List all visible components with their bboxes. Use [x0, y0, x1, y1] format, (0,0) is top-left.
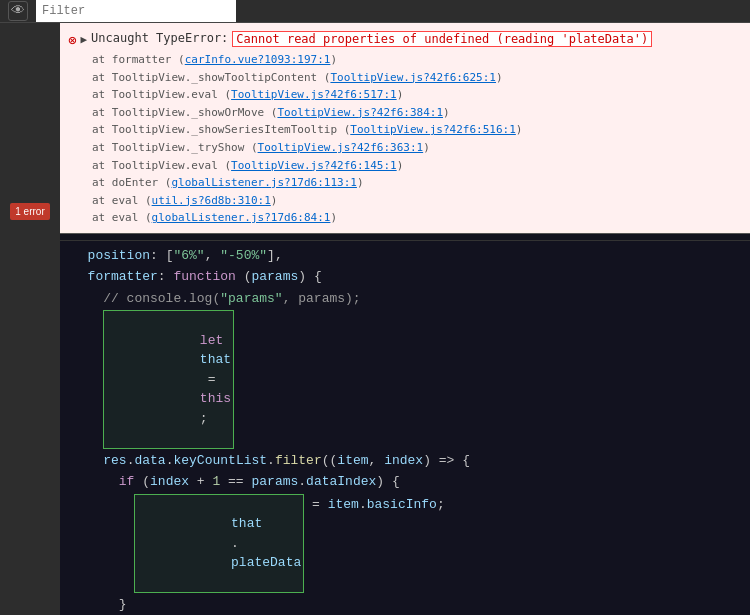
code-top-divider	[60, 240, 750, 241]
stack-link-3[interactable]: TooltipView.js?42f6:517:1	[231, 88, 397, 101]
stack-link-10[interactable]: globalListener.js?17d6:84:1	[152, 211, 331, 224]
platedata-highlight: that . plateData	[134, 494, 304, 594]
stack-line-1: at formatter (carInfo.vue?1093:197:1)	[92, 51, 742, 69]
stack-link-6[interactable]: TooltipView.js?42f6:363:1	[258, 141, 424, 154]
code-line-res: res . data . keyCountList . filter (( it…	[60, 450, 750, 472]
stack-line-2: at TooltipView._showTooltipContent (Tool…	[92, 69, 742, 87]
code-line-let: let that = this ;	[60, 309, 750, 450]
stack-link-4[interactable]: TooltipView.js?42f6:384:1	[277, 106, 443, 119]
code-line-formatter: formatter : function ( params ) {	[60, 266, 750, 288]
let-highlight: let that = this ;	[103, 310, 234, 449]
code-line-close1: }	[60, 594, 750, 615]
error-message: Cannot read properties of undefined (rea…	[232, 31, 652, 47]
stack-link-5[interactable]: TooltipView.js?42f6:516:1	[350, 123, 516, 136]
stack-line-9: at eval (util.js?6d8b:310:1)	[92, 192, 742, 210]
stack-line-4: at TooltipView._showOrMove (TooltipView.…	[92, 104, 742, 122]
stack-line-5: at TooltipView._showSeriesItemTooltip (T…	[92, 121, 742, 139]
stack-line-7: at TooltipView.eval (TooltipView.js?42f6…	[92, 157, 742, 175]
stack-line-10: at eval (globalListener.js?17d6:84:1)	[92, 209, 742, 227]
stack-link-7[interactable]: TooltipView.js?42f6:145:1	[231, 159, 397, 172]
stack-link-8[interactable]: globalListener.js?17d6:113:1	[171, 176, 356, 189]
stack-link-2[interactable]: TooltipView.js?42f6:625:1	[330, 71, 496, 84]
code-line-platedata: that . plateData = item . basicInfo ;	[60, 493, 750, 595]
stack-link-1[interactable]: carInfo.vue?1093:197:1	[185, 53, 331, 66]
stack-line-8: at doEnter (globalListener.js?17d6:113:1…	[92, 174, 742, 192]
expand-arrow[interactable]: ▶	[80, 33, 87, 46]
error-icon: ⊗	[68, 32, 76, 49]
error-type: Uncaught TypeError:	[91, 31, 228, 45]
eye-icon[interactable]: 👁	[8, 1, 28, 21]
code-line-if: if ( index + 1 == params . dataIndex ) {	[60, 471, 750, 493]
error-section: ⊗ ▶ Uncaught TypeError: Cannot read prop…	[60, 23, 750, 233]
code-line-comment: // console.log("params", params);	[60, 288, 750, 310]
top-bar: 👁	[0, 0, 750, 23]
stack-line-3: at TooltipView.eval (TooltipView.js?42f6…	[92, 86, 742, 104]
main-container: 👁 1 error ⊗ ▶ Uncaught TypeError: Cannot…	[0, 0, 750, 615]
code-section: position : [ "6%" , "-50%" ], formatter …	[60, 234, 750, 615]
filter-input[interactable]	[36, 0, 236, 22]
code-line-position: position : [ "6%" , "-50%" ],	[60, 245, 750, 267]
error-stack: at formatter (carInfo.vue?1093:197:1) at…	[68, 51, 742, 227]
stack-link-9[interactable]: util.js?6d8b:310:1	[152, 194, 271, 207]
error-count-badge: 1 error	[10, 203, 49, 220]
stack-line-6: at TooltipView._tryShow (TooltipView.js?…	[92, 139, 742, 157]
